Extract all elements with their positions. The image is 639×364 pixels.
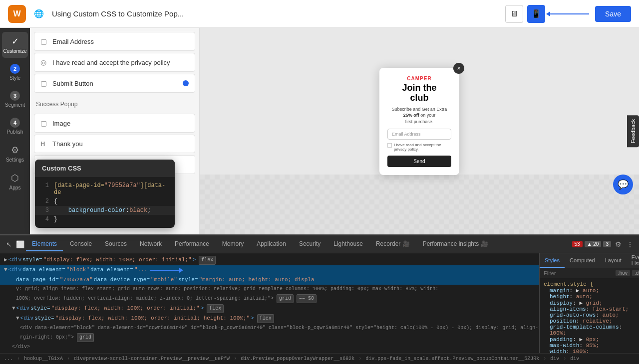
dt-arrow-2[interactable]: ▼	[4, 266, 7, 275]
css-prop-display: display: ▶ grid;	[544, 300, 635, 306]
tab-security[interactable]: Security	[293, 237, 326, 251]
sidebar-item-segment[interactable]: 3 Segment	[2, 87, 28, 112]
flex-badge-2: flex	[207, 304, 224, 313]
sidebar-item-customize[interactable]: ✓ Customize	[2, 32, 28, 58]
dt-line-3: y: grid; align-items: flex-start; grid-a…	[0, 285, 539, 294]
css-prop-width: width: 100%;	[544, 349, 635, 353]
tab-elements[interactable]: Elements	[26, 237, 63, 251]
sidebar-label-customize: Customize	[3, 48, 26, 54]
css-line-3: 3 background-color:black;	[35, 206, 175, 215]
save-button[interactable]: Save	[595, 6, 631, 22]
editor-item-image[interactable]: ▢ Image	[34, 114, 195, 133]
editor-list: ▢ Email Address ◎ I have read and accept…	[30, 28, 199, 97]
editor-item-email[interactable]: ▢ Email Address	[34, 32, 195, 51]
popup-send-button[interactable]: Send	[387, 156, 451, 167]
styles-panel: Styles Computed Layout Event Listeners :…	[539, 253, 639, 353]
heading-icon: H	[40, 140, 48, 148]
sidebar-item-style[interactable]: 2 Style	[2, 60, 28, 85]
page-title: Using Custom CSS to Customize Pop...	[52, 9, 499, 18]
statusbar-item-1: ...	[4, 356, 13, 362]
editor-item-thankyou-label: Thank you	[52, 140, 83, 148]
elements-panel[interactable]: ▶ <div style="display: flex; width: 100%…	[0, 253, 539, 353]
css-prop-align-items: align-items: flex-start;	[544, 306, 635, 312]
image-icon: ▢	[40, 119, 48, 127]
warning-badge: ▲ 20	[585, 241, 602, 247]
popup-email-input[interactable]: Email Address	[387, 129, 451, 140]
devtools-tabs: ↖ ⬜ Elements Console Sources Network Per…	[0, 235, 639, 253]
grid-badge-2: grid	[77, 333, 94, 342]
tab-event-listeners[interactable]: Event Listeners	[627, 253, 639, 268]
statusbar-item-7: div	[570, 356, 579, 362]
tab-application[interactable]: Application	[251, 237, 292, 251]
editor-panel: ▢ Email Address ◎ I have read and accept…	[30, 28, 200, 234]
editor-item-thankyou[interactable]: H Thank you	[34, 135, 195, 153]
sidebar-label-settings: Settings	[6, 157, 24, 163]
sidebar-label-publish: Publish	[7, 129, 23, 135]
sidebar-item-settings[interactable]: ⚙ Settings	[2, 141, 28, 167]
tab-network[interactable]: Network	[134, 237, 168, 251]
flex-badge-3: flex	[257, 314, 274, 323]
tab-sources[interactable]: Sources	[99, 237, 133, 251]
segment-num: 3	[10, 91, 20, 101]
blue-arrow-annotation	[150, 270, 180, 271]
popup-subtitle: Subscribe and Get an Extra 25% off on yo…	[387, 106, 451, 125]
tab-perf-insights[interactable]: Performance insights 🎥	[417, 237, 494, 251]
css-line-2: 2 {	[35, 197, 175, 206]
tab-lighthouse[interactable]: Lighthouse	[327, 237, 369, 251]
sidebar-item-publish[interactable]: 4 Publish	[2, 114, 28, 139]
css-line-1: 1 [data-page-id="79552a7a"][data-de	[35, 181, 175, 197]
editor-item-image-label: Image	[52, 120, 70, 127]
dt-line-1: ▶ <div style="display: flex; width: 100%…	[0, 255, 539, 265]
mobile-device-btn[interactable]: 📱	[527, 5, 545, 23]
popup-brand: CAMPER	[387, 76, 451, 81]
statusbar-item-5: div.pps-fade_in_scale.effect.Preview_pop…	[365, 356, 539, 362]
editor-item-privacy[interactable]: ◎ I have read and accept the privacy pol…	[34, 53, 195, 72]
checkered-bg	[200, 175, 639, 234]
tab-performance[interactable]: Performance	[169, 237, 215, 251]
devtools-body: ▶ <div style="display: flex; width: 100%…	[0, 253, 639, 353]
css-prop-grid-auto-rows: grid-auto-rows: auto;	[544, 312, 635, 318]
device-arrow	[549, 13, 589, 14]
settings-icon[interactable]: ⚙	[613, 239, 623, 249]
dt-line-5: ▼ <div style="display: flex; width: 100%…	[0, 304, 539, 314]
tab-computed[interactable]: Computed	[565, 253, 600, 268]
success-popup-label: Success Popup	[30, 97, 199, 110]
filter-input[interactable]	[544, 270, 613, 276]
tab-styles[interactable]: Styles	[540, 253, 565, 268]
feedback-button[interactable]: Feedback	[627, 115, 639, 147]
more-icon[interactable]: ⋮	[625, 239, 635, 249]
dt-arrow-1[interactable]: ▶	[4, 256, 7, 265]
hov-badge[interactable]: :hov	[616, 270, 630, 276]
preview-area: × CAMPER Join theclub Subscribe and Get …	[200, 28, 639, 234]
desktop-device-btn[interactable]: 🖥	[505, 5, 523, 23]
css-editor[interactable]: 1 [data-page-id="79552a7a"][data-de 2 { …	[35, 177, 175, 228]
sidebar: ✓ Customize 2 Style 3 Segment 4 Publish …	[0, 28, 30, 234]
filter-badges: :hov .cls + ⊕ ⊞	[616, 270, 639, 276]
dt-line-4: 100%; overflow: hidden; vertical-align: …	[0, 294, 539, 304]
custom-css-title: Custom CSS	[35, 160, 175, 177]
devtools-cursor-icon[interactable]: ↖	[4, 239, 14, 249]
globe-icon[interactable]: 🌐	[32, 7, 46, 21]
css-prop-margin: margin: ▶ auto;	[544, 287, 635, 294]
tab-memory[interactable]: Memory	[216, 237, 250, 251]
styles-tabs: Styles Computed Layout Event Listeners	[540, 253, 639, 268]
sidebar-item-apps[interactable]: ⬡ Apps	[2, 169, 28, 194]
flex-badge-1: flex	[199, 256, 216, 265]
sidebar-label-style: Style	[9, 75, 20, 81]
sidebar-label-segment: Segment	[5, 102, 25, 108]
popup-close-button[interactable]: ×	[453, 63, 464, 74]
main-area: ✓ Customize 2 Style 3 Segment 4 Publish …	[0, 28, 639, 234]
styles-content: element.style { margin: ▶ auto; height: …	[540, 278, 639, 353]
tab-recorder[interactable]: Recorder 🎥	[370, 237, 416, 251]
chat-button[interactable]: 💬	[613, 175, 633, 194]
privacy-checkbox[interactable]	[387, 143, 392, 148]
devtools-inspect-icon[interactable]: ⬜	[15, 239, 25, 249]
tab-console[interactable]: Console	[64, 237, 98, 251]
logo-text: W	[13, 9, 20, 18]
cls-badge[interactable]: .cls	[632, 270, 639, 276]
statusbar-item-6: div	[550, 356, 559, 362]
editor-item-submit[interactable]: ▢ Submit Button	[34, 74, 195, 93]
tab-layout[interactable]: Layout	[600, 253, 627, 268]
popup-preview: × CAMPER Join theclub Subscribe and Get …	[379, 68, 459, 175]
active-dot	[183, 80, 189, 86]
